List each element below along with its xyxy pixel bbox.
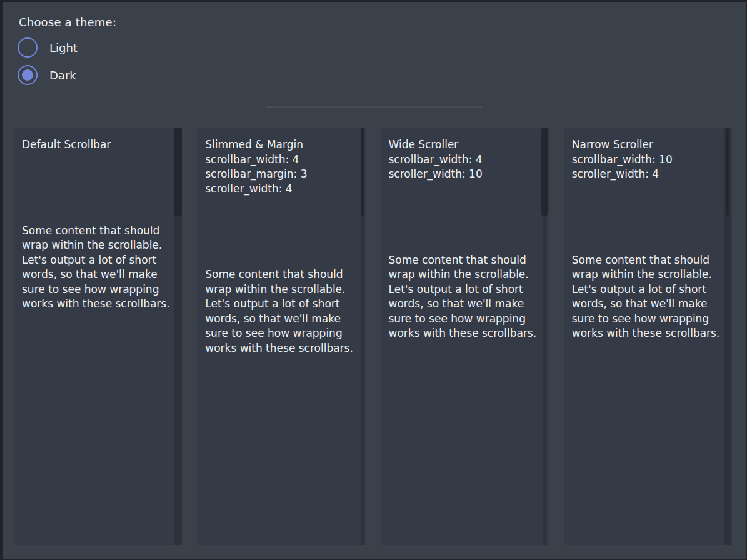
scrollbar-thumb[interactable] [174, 128, 182, 216]
panel-content: Slimmed & Margin scrollbar_width: 4 scro… [197, 128, 365, 356]
radio-checked-icon[interactable] [18, 65, 38, 85]
theme-section: Choose a theme: Light Dark [3, 2, 746, 85]
window-frame: Choose a theme: Light Dark Default Scrol… [0, 0, 747, 560]
radio-label-dark: Dark [49, 69, 76, 82]
theme-section-label: Choose a theme: [19, 15, 746, 30]
panel-body-text: Some content that should wrap within the… [22, 224, 175, 312]
scroll-area-wide-scroller[interactable]: Wide Scroller scrollbar_width: 4 scrolle… [381, 128, 549, 545]
panel-params: scrollbar_width: 4 scroller_width: 10 [389, 152, 542, 182]
scroll-area-narrow-scroller[interactable]: Narrow Scroller scrollbar_width: 10 scro… [564, 128, 732, 545]
panel-body-text: Some content that should wrap within the… [205, 268, 358, 356]
panel-param: scrollbar_width: 10 [572, 152, 725, 168]
scrollbar-thumb[interactable] [361, 128, 364, 216]
panel-body-text: Some content that should wrap within the… [572, 253, 725, 341]
divider [266, 106, 482, 108]
panel-param: scroller_width: 4 [205, 182, 358, 197]
scroll-area-default-scrollbar[interactable]: Default Scrollbar Some content that shou… [14, 128, 182, 545]
panel-param: scroller_width: 10 [389, 167, 542, 182]
panel-param: scrollbar_margin: 3 [205, 167, 358, 182]
panel-param: scroller_width: 4 [572, 167, 725, 182]
scrollbar-thumb[interactable] [541, 128, 548, 216]
radio-option-dark[interactable]: Dark [18, 65, 746, 85]
panel-params: scrollbar_width: 4 scrollbar_margin: 3 s… [205, 152, 358, 197]
radio-label-light: Light [49, 41, 78, 54]
radio-unchecked-icon[interactable] [18, 38, 38, 58]
panel-params: scrollbar_width: 10 scroller_width: 4 [572, 152, 725, 182]
app-page: Choose a theme: Light Dark Default Scrol… [3, 2, 746, 559]
radio-option-light[interactable]: Light [18, 38, 746, 58]
scroll-area-slimmed-margin[interactable]: Slimmed & Margin scrollbar_width: 4 scro… [197, 128, 365, 545]
panel-title: Default Scrollbar [22, 138, 175, 152]
panel-param: scrollbar_width: 4 [205, 152, 358, 168]
panel-body-text: Some content that should wrap within the… [389, 253, 542, 341]
panel-title: Slimmed & Margin [205, 138, 358, 152]
panel-param: scrollbar_width: 4 [389, 152, 542, 168]
panel-content: Narrow Scroller scrollbar_width: 10 scro… [564, 128, 732, 341]
panel-content: Default Scrollbar Some content that shou… [14, 128, 182, 312]
panel-content: Wide Scroller scrollbar_width: 4 scrolle… [381, 128, 549, 341]
scrollbar-thumb[interactable] [726, 128, 729, 216]
panel-title: Wide Scroller [389, 138, 542, 152]
panel-title: Narrow Scroller [572, 138, 725, 152]
scroll-area-grid: Default Scrollbar Some content that shou… [14, 128, 732, 545]
